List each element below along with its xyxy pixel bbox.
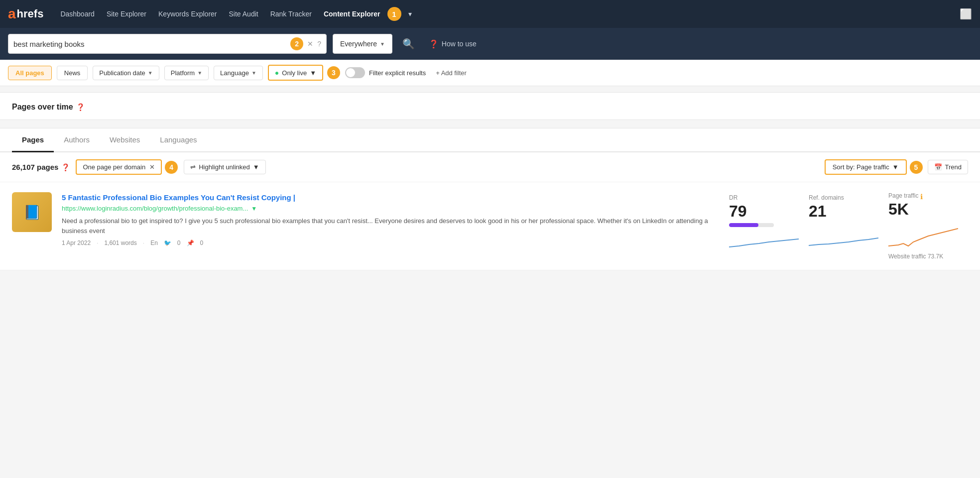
result-meta: 1 Apr 2022 · 1,601 words · En 🐦 0 📌 0 [62, 239, 719, 246]
chevron-down-icon: ▼ [148, 70, 153, 76]
tab-news[interactable]: News [57, 66, 88, 80]
tab-authors[interactable]: Authors [54, 128, 100, 152]
dr-chart [729, 227, 799, 257]
page-traffic-chart [888, 221, 958, 251]
nav-more[interactable]: ▾ [403, 6, 417, 22]
chevron-down-icon: ▼ [380, 41, 385, 47]
dr-label: DR [729, 194, 737, 201]
website-traffic: Website traffic 73.7K [888, 253, 968, 260]
search-bar: 2 ✕ ? Everywhere ▼ 🔍 ❓ How to use [0, 28, 980, 60]
tabs-section: Pages Authors Websites Languages 26,107 … [0, 128, 980, 270]
only-live-dropdown[interactable]: ● Only live ▼ [268, 65, 323, 81]
filter-explicit-toggle: Filter explicit results [345, 67, 426, 78]
nav-links: Dashboard Site Explorer Keywords Explore… [55, 6, 948, 22]
dr-value: 79 [729, 203, 747, 219]
chevron-down-icon: ▼ [892, 163, 899, 171]
language-dropdown[interactable]: Language ▼ [214, 66, 263, 80]
trend-button[interactable]: 📅 Trend [928, 160, 968, 174]
dropdown-arrow-icon[interactable]: ▼ [251, 205, 257, 212]
help-icon[interactable]: ? [317, 40, 321, 48]
nav-site-audit[interactable]: Site Audit [224, 6, 263, 22]
tab-languages[interactable]: Languages [150, 128, 207, 152]
result-thumbnail: 📘 [12, 192, 52, 232]
result-item: 📘 5 Fantastic Professional Bio Examples … [0, 182, 980, 270]
search-input[interactable] [13, 40, 284, 48]
ref-domains-chart [809, 223, 878, 253]
logo[interactable]: ahrefs [8, 7, 43, 21]
thumbnail-image: 📘 [12, 192, 52, 232]
calendar-icon: 📅 [934, 163, 942, 171]
ref-domains-value: 21 [809, 203, 827, 219]
nav-site-explorer[interactable]: Site Explorer [102, 6, 151, 22]
logo-a: a [8, 7, 16, 21]
pinterest-count: 0 [200, 239, 204, 246]
results-count: 26,107 pages ❓ [12, 163, 70, 171]
nav-right: ⬜ [960, 8, 972, 20]
pages-over-time-section: Pages over time ❓ [0, 92, 980, 120]
monitor-icon[interactable]: ⬜ [960, 8, 972, 20]
add-filter-button[interactable]: + Add filter [431, 66, 472, 80]
chevron-down-icon: ▼ [197, 70, 202, 76]
page-traffic-column: Page traffic ℹ 5K Website traffic 73.7K [888, 192, 968, 260]
help-circle-icon: ❓ [429, 39, 439, 49]
only-live-label: Only live [282, 69, 307, 77]
nav-dashboard[interactable]: Dashboard [55, 6, 100, 22]
tabs-row: Pages Authors Websites Languages [0, 128, 980, 152]
filter-explicit-label: Filter explicit results [369, 69, 426, 77]
nav-keywords-explorer[interactable]: Keywords Explorer [153, 6, 222, 22]
ref-domains-label: Ref. domains [809, 194, 844, 201]
platform-label: Platform [171, 69, 195, 77]
results-help-icon[interactable]: ❓ [61, 163, 70, 171]
result-content: 5 Fantastic Professional Bio Examples Yo… [62, 192, 719, 246]
twitter-count: 0 [177, 239, 181, 246]
search-button[interactable]: 🔍 [398, 36, 419, 52]
pages-over-time-title: Pages over time ❓ [12, 103, 968, 112]
result-title-link[interactable]: 5 Fantastic Professional Bio Examples Yo… [62, 192, 719, 203]
nav-rank-tracker[interactable]: Rank Tracker [265, 6, 317, 22]
chevron-down-icon: ▼ [253, 163, 259, 171]
one-page-per-domain-button[interactable]: One page per domain ✕ [76, 159, 162, 175]
how-to-use[interactable]: ❓ How to use [429, 39, 477, 49]
result-description: Need a professional bio to get inspired … [62, 216, 719, 236]
tab-websites[interactable]: Websites [100, 128, 150, 152]
publication-date-label: Publication date [99, 69, 145, 77]
badge-4: 4 [165, 161, 178, 174]
chevron-down-icon: ▼ [251, 70, 256, 76]
everywhere-dropdown[interactable]: Everywhere ▼ [333, 34, 392, 54]
publication-date-dropdown[interactable]: Publication date ▼ [93, 66, 159, 80]
results-row: 26,107 pages ❓ One page per domain ✕ 4 ⇌… [0, 152, 980, 182]
clear-icon[interactable]: ✕ [307, 40, 313, 48]
highlight-unlinked-button[interactable]: ⇌ Highlight unlinked ▼ [184, 160, 266, 174]
badge-5: 5 [910, 161, 923, 174]
tab-pages[interactable]: Pages [12, 128, 54, 152]
filter-bar: All pages News Publication date ▼ Platfo… [0, 60, 980, 86]
result-date: 1 Apr 2022 [62, 239, 91, 246]
badge-2: 2 [290, 37, 303, 50]
page-traffic-value: 5K [888, 201, 968, 217]
link-icon: ⇌ [190, 163, 196, 171]
sort-by-button[interactable]: Sort by: Page traffic ▼ [825, 159, 907, 175]
help-icon[interactable]: ❓ [76, 103, 85, 111]
results-right: Sort by: Page traffic ▼ 5 📅 Trend [825, 159, 968, 175]
platform-dropdown[interactable]: Platform ▼ [164, 66, 209, 80]
result-words: 1,601 words [104, 239, 136, 246]
everywhere-label: Everywhere [340, 40, 377, 48]
pinterest-icon: 📌 [187, 239, 194, 246]
nav-content-explorer[interactable]: Content Explorer [319, 6, 385, 22]
dr-column: DR 79 [729, 192, 799, 257]
result-url-link[interactable]: https://www.loginradius.com/blog/growth/… [62, 205, 248, 212]
how-to-use-label: How to use [442, 40, 477, 48]
tab-all-pages[interactable]: All pages [8, 66, 52, 80]
chevron-down-icon: ▼ [310, 69, 316, 77]
search-input-wrap: 2 ✕ ? [8, 34, 327, 54]
remove-filter-icon[interactable]: ✕ [149, 163, 155, 171]
page-traffic-label: Page traffic [888, 192, 918, 199]
toggle-switch[interactable] [345, 67, 365, 78]
dr-bar-fill [729, 223, 758, 227]
ref-domains-column: Ref. domains 21 [809, 192, 878, 253]
navbar: ahrefs Dashboard Site Explorer Keywords … [0, 0, 980, 28]
dr-bar [729, 223, 774, 227]
info-icon[interactable]: ℹ [920, 193, 923, 201]
language-label: Language [220, 69, 249, 77]
result-url-row: https://www.loginradius.com/blog/growth/… [62, 205, 719, 212]
